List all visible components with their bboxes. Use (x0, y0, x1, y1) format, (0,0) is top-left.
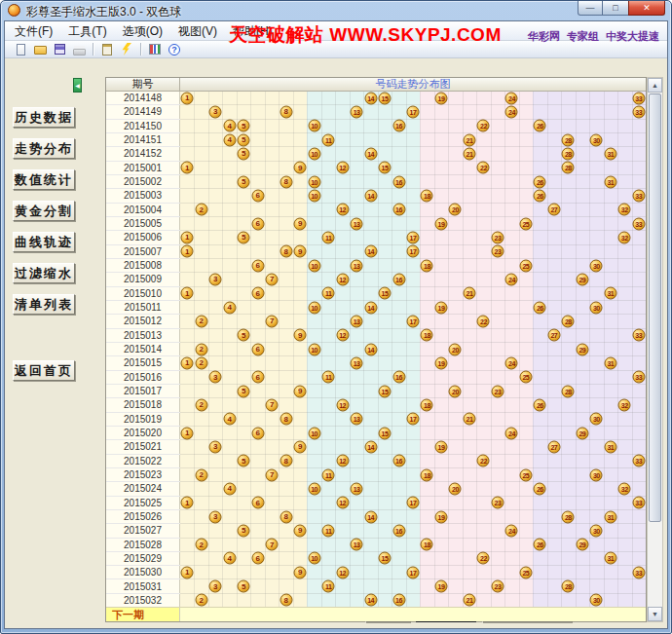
number-ball[interactable]: 33 (632, 566, 645, 578)
number-ball[interactable]: 14 (364, 245, 377, 258)
number-ball[interactable]: 21 (463, 287, 475, 300)
number-ball[interactable]: 21 (463, 133, 475, 146)
number-ball[interactable]: 11 (322, 371, 335, 384)
number-ball[interactable]: 21 (463, 147, 475, 160)
number-ball[interactable]: 24 (505, 427, 518, 439)
number-ball[interactable]: 16 (392, 594, 405, 607)
number-ball[interactable]: 4 (223, 413, 236, 426)
sidebar-item[interactable]: 曲线轨迹 (13, 232, 75, 252)
promo-link[interactable]: 中奖大提速 (606, 30, 659, 42)
number-ball[interactable]: 32 (618, 398, 631, 411)
number-ball[interactable]: 2 (195, 315, 207, 327)
number-ball[interactable]: 15 (379, 385, 392, 397)
number-ball[interactable]: 17 (407, 105, 420, 118)
number-ball[interactable]: 31 (604, 440, 616, 453)
scroll-up-arrow[interactable]: ▲ (648, 78, 662, 93)
title-bar[interactable]: 彩尊圣手缩水王版3.0 - 双色球 — □ ✕ (1, 1, 671, 20)
number-ball[interactable]: 30 (590, 133, 603, 146)
number-ball[interactable]: 3 (209, 105, 222, 118)
number-ball[interactable]: 22 (477, 455, 490, 467)
number-ball[interactable]: 19 (434, 217, 447, 230)
number-ball[interactable]: 15 (379, 552, 392, 565)
number-ball[interactable]: 23 (491, 231, 504, 243)
number-ball[interactable]: 12 (336, 455, 349, 467)
number-ball[interactable]: 4 (223, 552, 236, 565)
number-ball[interactable]: 5 (238, 524, 250, 537)
number-ball[interactable]: 10 (308, 482, 320, 495)
number-ball[interactable]: 24 (505, 105, 518, 118)
number-ball[interactable]: 26 (534, 175, 546, 188)
number-ball[interactable]: 2 (195, 204, 207, 216)
minimize-button[interactable]: — (578, 1, 603, 16)
number-ball[interactable]: 5 (238, 385, 250, 397)
number-ball[interactable]: 1 (181, 356, 194, 369)
number-ball[interactable]: 6 (251, 552, 264, 565)
number-ball[interactable]: 3 (209, 580, 222, 593)
number-ball[interactable]: 25 (519, 217, 532, 230)
number-ball[interactable]: 12 (336, 497, 349, 509)
number-ball[interactable]: 25 (519, 259, 532, 272)
number-ball[interactable]: 26 (534, 482, 546, 495)
number-ball[interactable]: 14 (364, 189, 377, 202)
number-ball[interactable]: 30 (590, 259, 603, 272)
number-ball[interactable]: 9 (294, 440, 307, 453)
number-ball[interactable]: 31 (604, 287, 616, 300)
number-ball[interactable]: 13 (351, 217, 363, 230)
number-ball[interactable]: 11 (322, 580, 335, 593)
number-ball[interactable]: 25 (519, 371, 532, 384)
number-ball[interactable]: 27 (547, 329, 560, 342)
open-folder-button[interactable] (30, 42, 50, 57)
menu-item[interactable]: 选项(O) (115, 24, 170, 38)
number-ball[interactable]: 10 (308, 259, 320, 272)
number-ball[interactable]: 19 (434, 440, 447, 453)
number-ball[interactable]: 4 (223, 301, 236, 314)
number-ball[interactable]: 17 (407, 315, 420, 327)
number-ball[interactable]: 10 (308, 343, 320, 355)
number-ball[interactable]: 30 (590, 524, 603, 537)
number-ball[interactable]: 16 (392, 371, 405, 384)
number-ball[interactable]: 3 (209, 273, 222, 285)
number-ball[interactable]: 1 (181, 245, 194, 258)
number-ball[interactable]: 4 (223, 133, 236, 146)
number-ball[interactable]: 14 (364, 343, 377, 355)
number-ball[interactable]: 2 (195, 468, 207, 481)
sidebar-item[interactable]: 过滤缩水 (13, 263, 75, 283)
number-ball[interactable]: 33 (632, 92, 645, 104)
number-ball[interactable]: 10 (308, 189, 320, 202)
number-ball[interactable]: 10 (308, 175, 320, 188)
number-ball[interactable]: 18 (421, 468, 433, 481)
number-ball[interactable]: 6 (251, 259, 264, 272)
number-ball[interactable]: 28 (562, 510, 575, 523)
number-ball[interactable]: 6 (251, 427, 264, 439)
sidebar-item[interactable]: 黄金分割 (13, 201, 75, 221)
number-ball[interactable]: 24 (505, 273, 518, 285)
number-ball[interactable]: 15 (379, 427, 392, 439)
number-ball[interactable]: 5 (238, 329, 250, 342)
number-ball[interactable]: 19 (434, 580, 447, 593)
number-ball[interactable]: 16 (392, 204, 405, 216)
menu-item[interactable]: 工具(T) (60, 24, 114, 38)
print-button[interactable] (69, 42, 89, 57)
number-ball[interactable]: 8 (280, 105, 292, 118)
number-ball[interactable]: 13 (351, 539, 363, 551)
help-button[interactable]: ? (165, 42, 184, 57)
number-ball[interactable]: 28 (562, 580, 575, 593)
number-ball[interactable]: 30 (590, 413, 603, 426)
close-button[interactable]: ✕ (628, 1, 665, 16)
number-ball[interactable]: 6 (251, 371, 264, 384)
number-ball[interactable]: 5 (238, 133, 250, 146)
number-ball[interactable]: 10 (308, 427, 320, 439)
number-ball[interactable]: 22 (477, 315, 490, 327)
number-ball[interactable]: 21 (463, 594, 475, 607)
number-ball[interactable]: 6 (251, 217, 264, 230)
number-ball[interactable]: 26 (534, 120, 546, 132)
number-ball[interactable]: 25 (519, 566, 532, 578)
number-ball[interactable]: 10 (308, 552, 320, 565)
number-ball[interactable]: 1 (181, 566, 194, 578)
sidebar-item[interactable]: 数值统计 (13, 169, 75, 190)
number-ball[interactable]: 30 (590, 468, 603, 481)
number-ball[interactable]: 16 (392, 524, 405, 537)
number-ball[interactable]: 23 (491, 580, 504, 593)
number-ball[interactable]: 29 (576, 539, 588, 551)
number-ball[interactable]: 19 (434, 92, 447, 104)
